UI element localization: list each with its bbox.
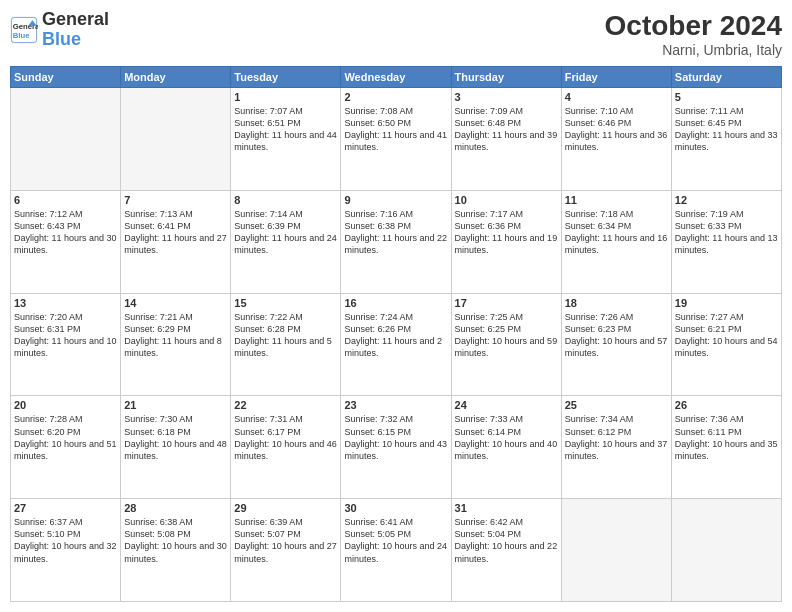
day-number: 12 xyxy=(675,194,778,206)
day-info: Sunrise: 7:17 AM Sunset: 6:36 PM Dayligh… xyxy=(455,208,558,257)
table-row: 27Sunrise: 6:37 AM Sunset: 5:10 PM Dayli… xyxy=(11,499,121,602)
table-row xyxy=(11,88,121,191)
logo-line1: General xyxy=(42,10,109,30)
day-number: 8 xyxy=(234,194,337,206)
day-info: Sunrise: 7:10 AM Sunset: 6:46 PM Dayligh… xyxy=(565,105,668,154)
day-number: 3 xyxy=(455,91,558,103)
day-number: 18 xyxy=(565,297,668,309)
day-number: 16 xyxy=(344,297,447,309)
table-row: 21Sunrise: 7:30 AM Sunset: 6:18 PM Dayli… xyxy=(121,396,231,499)
week-row-4: 27Sunrise: 6:37 AM Sunset: 5:10 PM Dayli… xyxy=(11,499,782,602)
day-info: Sunrise: 7:25 AM Sunset: 6:25 PM Dayligh… xyxy=(455,311,558,360)
day-info: Sunrise: 7:33 AM Sunset: 6:14 PM Dayligh… xyxy=(455,413,558,462)
table-row xyxy=(671,499,781,602)
day-number: 20 xyxy=(14,399,117,411)
header: General Blue General Blue October 2024 N… xyxy=(10,10,782,58)
day-number: 27 xyxy=(14,502,117,514)
table-row: 9Sunrise: 7:16 AM Sunset: 6:38 PM Daylig… xyxy=(341,190,451,293)
day-info: Sunrise: 7:26 AM Sunset: 6:23 PM Dayligh… xyxy=(565,311,668,360)
col-wednesday: Wednesday xyxy=(341,67,451,88)
table-row: 1Sunrise: 7:07 AM Sunset: 6:51 PM Daylig… xyxy=(231,88,341,191)
week-row-2: 13Sunrise: 7:20 AM Sunset: 6:31 PM Dayli… xyxy=(11,293,782,396)
day-number: 19 xyxy=(675,297,778,309)
table-row: 3Sunrise: 7:09 AM Sunset: 6:48 PM Daylig… xyxy=(451,88,561,191)
day-info: Sunrise: 7:27 AM Sunset: 6:21 PM Dayligh… xyxy=(675,311,778,360)
table-row: 20Sunrise: 7:28 AM Sunset: 6:20 PM Dayli… xyxy=(11,396,121,499)
day-number: 17 xyxy=(455,297,558,309)
table-row: 10Sunrise: 7:17 AM Sunset: 6:36 PM Dayli… xyxy=(451,190,561,293)
location-subtitle: Narni, Umbria, Italy xyxy=(605,42,782,58)
day-number: 31 xyxy=(455,502,558,514)
col-monday: Monday xyxy=(121,67,231,88)
day-number: 7 xyxy=(124,194,227,206)
table-row: 26Sunrise: 7:36 AM Sunset: 6:11 PM Dayli… xyxy=(671,396,781,499)
day-number: 25 xyxy=(565,399,668,411)
table-row: 7Sunrise: 7:13 AM Sunset: 6:41 PM Daylig… xyxy=(121,190,231,293)
table-row: 12Sunrise: 7:19 AM Sunset: 6:33 PM Dayli… xyxy=(671,190,781,293)
table-row: 14Sunrise: 7:21 AM Sunset: 6:29 PM Dayli… xyxy=(121,293,231,396)
day-number: 2 xyxy=(344,91,447,103)
table-row: 30Sunrise: 6:41 AM Sunset: 5:05 PM Dayli… xyxy=(341,499,451,602)
day-info: Sunrise: 7:11 AM Sunset: 6:45 PM Dayligh… xyxy=(675,105,778,154)
day-info: Sunrise: 7:08 AM Sunset: 6:50 PM Dayligh… xyxy=(344,105,447,154)
day-number: 14 xyxy=(124,297,227,309)
logo: General Blue General Blue xyxy=(10,10,109,50)
week-row-0: 1Sunrise: 7:07 AM Sunset: 6:51 PM Daylig… xyxy=(11,88,782,191)
day-info: Sunrise: 7:31 AM Sunset: 6:17 PM Dayligh… xyxy=(234,413,337,462)
day-number: 28 xyxy=(124,502,227,514)
day-info: Sunrise: 7:20 AM Sunset: 6:31 PM Dayligh… xyxy=(14,311,117,360)
day-info: Sunrise: 7:16 AM Sunset: 6:38 PM Dayligh… xyxy=(344,208,447,257)
day-info: Sunrise: 7:19 AM Sunset: 6:33 PM Dayligh… xyxy=(675,208,778,257)
day-number: 4 xyxy=(565,91,668,103)
day-info: Sunrise: 7:24 AM Sunset: 6:26 PM Dayligh… xyxy=(344,311,447,360)
table-row: 4Sunrise: 7:10 AM Sunset: 6:46 PM Daylig… xyxy=(561,88,671,191)
day-number: 23 xyxy=(344,399,447,411)
col-saturday: Saturday xyxy=(671,67,781,88)
week-row-3: 20Sunrise: 7:28 AM Sunset: 6:20 PM Dayli… xyxy=(11,396,782,499)
calendar-header-row: Sunday Monday Tuesday Wednesday Thursday… xyxy=(11,67,782,88)
week-row-1: 6Sunrise: 7:12 AM Sunset: 6:43 PM Daylig… xyxy=(11,190,782,293)
table-row: 2Sunrise: 7:08 AM Sunset: 6:50 PM Daylig… xyxy=(341,88,451,191)
table-row: 18Sunrise: 7:26 AM Sunset: 6:23 PM Dayli… xyxy=(561,293,671,396)
day-info: Sunrise: 7:36 AM Sunset: 6:11 PM Dayligh… xyxy=(675,413,778,462)
day-number: 24 xyxy=(455,399,558,411)
day-number: 13 xyxy=(14,297,117,309)
day-info: Sunrise: 7:13 AM Sunset: 6:41 PM Dayligh… xyxy=(124,208,227,257)
day-number: 22 xyxy=(234,399,337,411)
col-friday: Friday xyxy=(561,67,671,88)
day-info: Sunrise: 7:30 AM Sunset: 6:18 PM Dayligh… xyxy=(124,413,227,462)
table-row: 19Sunrise: 7:27 AM Sunset: 6:21 PM Dayli… xyxy=(671,293,781,396)
day-info: Sunrise: 7:21 AM Sunset: 6:29 PM Dayligh… xyxy=(124,311,227,360)
day-info: Sunrise: 7:14 AM Sunset: 6:39 PM Dayligh… xyxy=(234,208,337,257)
col-tuesday: Tuesday xyxy=(231,67,341,88)
logo-line2: Blue xyxy=(42,30,109,50)
logo-text: General Blue xyxy=(42,10,109,50)
table-row: 6Sunrise: 7:12 AM Sunset: 6:43 PM Daylig… xyxy=(11,190,121,293)
day-info: Sunrise: 7:07 AM Sunset: 6:51 PM Dayligh… xyxy=(234,105,337,154)
table-row: 24Sunrise: 7:33 AM Sunset: 6:14 PM Dayli… xyxy=(451,396,561,499)
day-info: Sunrise: 7:22 AM Sunset: 6:28 PM Dayligh… xyxy=(234,311,337,360)
col-thursday: Thursday xyxy=(451,67,561,88)
day-info: Sunrise: 7:34 AM Sunset: 6:12 PM Dayligh… xyxy=(565,413,668,462)
table-row: 5Sunrise: 7:11 AM Sunset: 6:45 PM Daylig… xyxy=(671,88,781,191)
table-row: 28Sunrise: 6:38 AM Sunset: 5:08 PM Dayli… xyxy=(121,499,231,602)
day-info: Sunrise: 6:38 AM Sunset: 5:08 PM Dayligh… xyxy=(124,516,227,565)
day-number: 6 xyxy=(14,194,117,206)
table-row: 17Sunrise: 7:25 AM Sunset: 6:25 PM Dayli… xyxy=(451,293,561,396)
day-info: Sunrise: 6:37 AM Sunset: 5:10 PM Dayligh… xyxy=(14,516,117,565)
table-row: 11Sunrise: 7:18 AM Sunset: 6:34 PM Dayli… xyxy=(561,190,671,293)
logo-icon: General Blue xyxy=(10,16,38,44)
page: General Blue General Blue October 2024 N… xyxy=(0,0,792,612)
table-row: 22Sunrise: 7:31 AM Sunset: 6:17 PM Dayli… xyxy=(231,396,341,499)
day-info: Sunrise: 6:42 AM Sunset: 5:04 PM Dayligh… xyxy=(455,516,558,565)
day-info: Sunrise: 7:12 AM Sunset: 6:43 PM Dayligh… xyxy=(14,208,117,257)
day-number: 29 xyxy=(234,502,337,514)
table-row xyxy=(121,88,231,191)
day-number: 15 xyxy=(234,297,337,309)
table-row xyxy=(561,499,671,602)
day-number: 26 xyxy=(675,399,778,411)
day-number: 1 xyxy=(234,91,337,103)
day-info: Sunrise: 7:32 AM Sunset: 6:15 PM Dayligh… xyxy=(344,413,447,462)
table-row: 25Sunrise: 7:34 AM Sunset: 6:12 PM Dayli… xyxy=(561,396,671,499)
title-block: October 2024 Narni, Umbria, Italy xyxy=(605,10,782,58)
